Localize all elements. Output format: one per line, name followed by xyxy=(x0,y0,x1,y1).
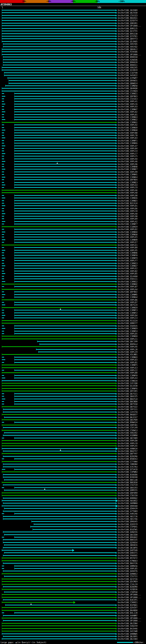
hit-bar[interactable] xyxy=(2,414,116,415)
hit-label[interactable]: UniRef100_C5DJI0 xyxy=(118,494,146,497)
hit-label[interactable]: UniRef100_Q96U45 xyxy=(118,520,146,523)
hit-bar[interactable] xyxy=(14,174,116,175)
hit-label[interactable]: UniRef100_A9PLB1 xyxy=(118,361,146,364)
hit-label[interactable]: UniRef100_B9G042 xyxy=(118,536,146,538)
hit-bar[interactable] xyxy=(2,581,116,582)
hit-label[interactable]: UniRef100_UP1000... xyxy=(118,596,146,598)
hit-bar[interactable] xyxy=(2,406,116,407)
hit-bar[interactable] xyxy=(14,161,116,162)
hit-bar[interactable] xyxy=(14,242,116,242)
hit-label[interactable]: UniRef100_UP1000... xyxy=(118,620,146,622)
hit-label[interactable]: UniRef100_Q9KSR1 xyxy=(118,22,146,24)
hit-label[interactable]: UniRef100_B9WA24 xyxy=(118,421,146,424)
hit-label[interactable]: UniRef100_C5KKE1 xyxy=(118,601,146,604)
hit-bar[interactable] xyxy=(14,216,116,216)
hit-bar[interactable] xyxy=(3,466,116,467)
hit-label[interactable]: UniRef100_B9SI30 xyxy=(118,32,146,35)
hit-bar[interactable] xyxy=(2,579,116,579)
hit-bar[interactable] xyxy=(2,391,116,391)
hit-label[interactable]: UniRef100_B0E8S8 xyxy=(118,481,146,484)
hit-label[interactable]: UniRef100_P29506 xyxy=(118,51,146,53)
hit-label[interactable]: UniRef100_A9PLD7 xyxy=(118,301,146,304)
hit-label[interactable]: UniRef100_C5XJZ3 xyxy=(118,14,146,17)
hit-bar[interactable] xyxy=(2,336,116,336)
hit-label[interactable]: UniRef100_A9PLD5 xyxy=(118,332,146,335)
hit-bar[interactable] xyxy=(2,425,116,425)
hit-label[interactable]: UniRef100_A9PCB0 xyxy=(118,132,146,134)
hit-bar[interactable] xyxy=(2,495,116,496)
hit-label[interactable]: UniRef100_C3RNE3 xyxy=(118,181,146,184)
hit-label[interactable]: UniRef100_A9PLD6 xyxy=(118,207,146,210)
hit-label[interactable]: UniRef100_Q4P5V0 xyxy=(118,549,146,552)
hit-label[interactable]: UniRef100_C3RNM5 xyxy=(118,293,146,296)
hit-label[interactable]: UniRef100_Q9N577 xyxy=(118,322,146,325)
hit-bar[interactable] xyxy=(30,526,116,527)
hit-bar[interactable] xyxy=(14,221,116,222)
hit-label[interactable]: UniRef100_C3RNI6 xyxy=(118,197,146,199)
hit-label[interactable]: UniRef100_B2CAJ4 xyxy=(118,202,146,204)
hit-bar[interactable] xyxy=(3,484,116,485)
hit-bar[interactable] xyxy=(2,453,116,454)
hit-bar[interactable] xyxy=(14,302,116,303)
hit-bar[interactable] xyxy=(14,487,116,488)
hit-bar[interactable] xyxy=(14,101,116,102)
hit-bar[interactable] xyxy=(2,338,116,339)
hit-bar[interactable] xyxy=(14,98,116,99)
hit-label[interactable]: UniRef100_Q4N8E2 xyxy=(118,572,146,575)
hit-bar[interactable] xyxy=(3,427,116,428)
hit-bar[interactable] xyxy=(2,584,116,584)
hit-label[interactable]: UniRef100_B0CND0 xyxy=(118,400,146,403)
hit-bar[interactable] xyxy=(14,278,116,279)
hit-label[interactable]: UniRef100_A9PL85 xyxy=(118,567,146,570)
hit-label[interactable]: UniRef100_A4HNM7 xyxy=(118,614,146,617)
hit-bar[interactable] xyxy=(14,112,116,112)
hit-bar[interactable] xyxy=(14,566,116,566)
hit-bar[interactable] xyxy=(14,109,116,110)
hit-label[interactable]: UniRef100_A9PL96 xyxy=(118,163,146,166)
hit-label[interactable]: UniRef100_A9PLD2 xyxy=(118,228,146,230)
hit-label[interactable]: UniRef100_A9PL78 xyxy=(118,134,146,136)
hit-label[interactable]: UniRef100_C1MW50 xyxy=(118,84,146,87)
hit-label[interactable]: UniRef100_C3RNH2 xyxy=(118,283,146,285)
hit-label[interactable]: UniRef100_A9PLE1 xyxy=(118,244,146,246)
hit-label[interactable]: UniRef100_B6UXG1 xyxy=(118,17,146,19)
hit-bar[interactable] xyxy=(3,586,116,587)
hit-bar[interactable] xyxy=(3,516,116,517)
hit-label[interactable]: UniRef100_A9PCB1 xyxy=(118,424,146,426)
hit-bar[interactable] xyxy=(14,146,116,146)
hit-label[interactable]: UniRef100_C3RNH7 xyxy=(118,108,146,110)
hit-bar[interactable] xyxy=(2,12,116,13)
hit-bar[interactable] xyxy=(2,634,116,634)
hit-label[interactable]: UniRef100_A9PLE3 xyxy=(118,366,146,369)
hit-bar[interactable] xyxy=(38,352,116,352)
hit-label[interactable]: UniRef100_B9H639 xyxy=(118,61,146,64)
hit-label[interactable]: UniRef100_A7E7R3 xyxy=(118,466,146,468)
hit-bar[interactable] xyxy=(2,638,116,639)
hit-label[interactable]: UniRef100_Q9FNV2 xyxy=(118,291,146,293)
hit-label[interactable]: UniRef100_B6ABD8 xyxy=(118,609,146,612)
hit-label[interactable]: UniRef100_Q9XW31 xyxy=(118,79,146,82)
hit-label[interactable]: UniRef100_A9U392 xyxy=(118,432,146,434)
hit-bar[interactable] xyxy=(14,252,116,253)
hit-label[interactable]: UniRef100_A9PL89 xyxy=(118,218,146,220)
hit-bar[interactable] xyxy=(14,370,116,370)
hit-label[interactable]: UniRef100_A9SYQ5 xyxy=(118,43,146,45)
hit-label[interactable]: UniRef100_B6Q657 xyxy=(118,413,146,416)
hit-label[interactable]: UniRef100_A9PLD3 xyxy=(118,359,146,361)
hit-bar[interactable] xyxy=(14,96,116,97)
hit-label[interactable]: UniRef100_C5FLV9 xyxy=(118,426,146,429)
hit-bar[interactable] xyxy=(14,93,116,94)
hit-label[interactable]: UniRef100_C1GL19 xyxy=(118,583,146,586)
hit-label[interactable]: UniRef100_A9PLD4 xyxy=(118,314,146,317)
hit-label[interactable]: UniRef100_A9PLD0 xyxy=(118,440,146,442)
hit-bar[interactable] xyxy=(14,268,116,269)
hit-bar[interactable] xyxy=(3,555,116,556)
hit-bar[interactable] xyxy=(14,132,116,133)
hit-bar[interactable] xyxy=(14,143,116,144)
hit-bar[interactable] xyxy=(3,456,116,457)
hit-bar[interactable] xyxy=(14,273,116,274)
hit-bar[interactable] xyxy=(5,86,116,86)
hit-bar[interactable] xyxy=(14,119,116,120)
hit-label[interactable]: UniRef100_A817A6 xyxy=(118,518,146,520)
hit-bar[interactable] xyxy=(2,30,116,31)
